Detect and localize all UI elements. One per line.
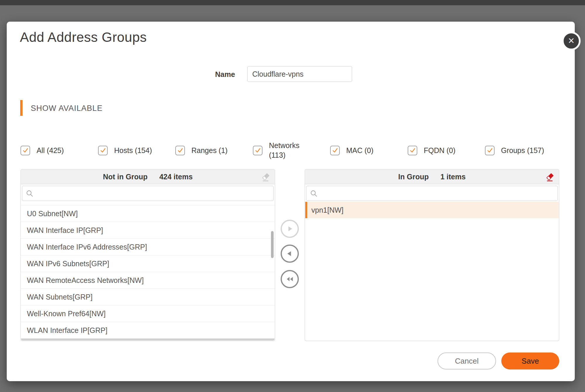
list-item[interactable]: WAN Interface IP[GRP]	[21, 222, 275, 239]
check-icon	[177, 147, 184, 154]
close-button[interactable]: ✕	[562, 32, 581, 50]
arrow-right-icon	[285, 224, 294, 233]
not-in-group-search	[22, 186, 274, 201]
filter-ranges: Ranges (1)	[175, 145, 228, 156]
list-item[interactable]: WAN Interface IPv6 Addresses[GRP]	[21, 239, 275, 255]
filter-label: Ranges (1)	[191, 146, 228, 155]
eraser-icon	[260, 172, 271, 182]
checkbox-mac[interactable]	[330, 146, 340, 155]
list-item[interactable]: Well-Known Pref64[NW]	[21, 305, 275, 322]
check-icon	[254, 147, 261, 154]
list-item-partial	[21, 202, 275, 205]
filter-groups: Groups (157)	[485, 145, 544, 156]
not-in-group-header: Not in Group 424 items	[20, 169, 275, 184]
list-item[interactable]: WAN Subnets[GRP]	[21, 289, 275, 305]
cancel-button[interactable]: Cancel	[438, 353, 496, 369]
move-all-left-button[interactable]	[281, 270, 299, 288]
panel-title: In Group	[398, 173, 429, 181]
filter-networks: Networks (113)	[253, 145, 299, 156]
eraser-icon	[545, 172, 555, 182]
vertical-scrollbar-thumb[interactable]	[271, 231, 274, 258]
not-in-group-search-input[interactable]	[22, 186, 274, 201]
checkbox-hosts[interactable]	[98, 146, 108, 155]
move-right-button[interactable]	[281, 220, 299, 238]
double-arrow-left-icon	[285, 274, 294, 284]
save-button[interactable]: Save	[501, 353, 559, 369]
clear-not-in-group-button[interactable]	[260, 172, 271, 183]
checkbox-all[interactable]	[20, 146, 30, 155]
panel-count: 424 items	[159, 173, 193, 181]
not-in-group-list: U0 Subnet[NW] WAN Interface IP[GRP] WAN …	[21, 202, 275, 341]
name-input[interactable]	[247, 66, 352, 82]
check-icon	[409, 147, 416, 154]
checkbox-fqdn[interactable]	[408, 146, 417, 155]
check-icon	[486, 147, 493, 154]
list-item[interactable]: WAN RemoteAccess Networks[NW]	[21, 272, 275, 289]
list-item-selected[interactable]: vpn1[NW]	[305, 202, 559, 218]
in-group-panel: In Group 1 items vpn1[NW	[305, 169, 559, 341]
checkbox-groups[interactable]	[485, 146, 495, 155]
in-group-header: In Group 1 items	[305, 169, 559, 184]
section-accent-bar	[20, 100, 23, 116]
section-title: SHOW AVAILABLE	[31, 104, 103, 113]
filter-mac: MAC (0)	[330, 145, 373, 156]
horizontal-scrollbar[interactable]	[21, 338, 275, 341]
in-group-search-input[interactable]	[306, 186, 558, 201]
in-group-body: vpn1[NW]	[305, 184, 559, 341]
filter-label: Networks (113)	[269, 141, 299, 160]
filter-label: Groups (157)	[501, 146, 544, 155]
name-label: Name	[215, 70, 235, 79]
checkbox-ranges[interactable]	[175, 146, 185, 155]
filter-label: All (425)	[37, 146, 64, 155]
filter-fqdn: FQDN (0)	[408, 145, 455, 156]
list-item[interactable]: U0 Subnet[NW]	[21, 205, 275, 222]
list-item[interactable]: WAN IPv6 Subnets[GRP]	[21, 255, 275, 272]
dialog-title: Add Address Groups	[20, 29, 147, 45]
check-icon	[22, 147, 29, 154]
list-item[interactable]: WLAN Interface IP[GRP]	[21, 322, 275, 339]
not-in-group-panel: Not in Group 424 items	[20, 169, 275, 341]
not-in-group-body: U0 Subnet[NW] WAN Interface IP[GRP] WAN …	[20, 184, 275, 341]
filter-hosts: Hosts (154)	[98, 145, 152, 156]
panel-count: 1 items	[440, 173, 466, 181]
check-icon	[332, 147, 339, 154]
background-top-strip	[0, 0, 585, 5]
checkbox-networks[interactable]	[253, 146, 263, 155]
filter-all: All (425)	[20, 145, 64, 156]
check-icon	[99, 147, 107, 154]
close-icon: ✕	[568, 37, 574, 45]
panel-title: Not in Group	[103, 173, 148, 181]
filter-label: MAC (0)	[346, 146, 373, 155]
clear-in-group-button[interactable]	[544, 172, 555, 183]
arrow-left-icon	[285, 249, 294, 258]
in-group-search	[306, 186, 558, 201]
filter-label: FQDN (0)	[424, 146, 455, 155]
filter-label: Hosts (154)	[114, 146, 152, 155]
add-address-groups-dialog: Add Address Groups ✕ Name SHOW AVAILABLE…	[7, 22, 575, 381]
move-left-button[interactable]	[281, 245, 299, 263]
